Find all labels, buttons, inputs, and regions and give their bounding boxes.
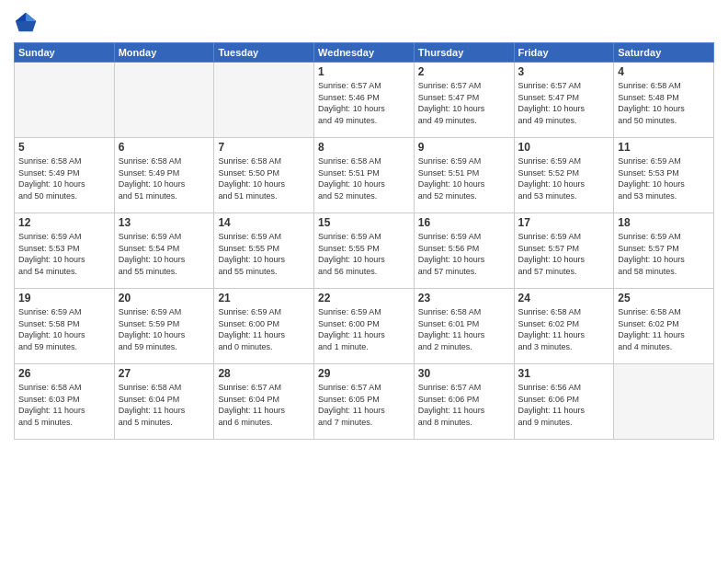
calendar-cell xyxy=(614,364,714,440)
calendar-cell xyxy=(15,63,115,138)
calendar-cell: 15Sunrise: 6:59 AM Sunset: 5:55 PM Dayli… xyxy=(314,213,415,289)
calendar-cell: 19Sunrise: 6:59 AM Sunset: 5:58 PM Dayli… xyxy=(15,289,115,364)
weekday-header: Monday xyxy=(114,43,214,63)
day-info: Sunrise: 6:59 AM Sunset: 6:00 PM Dayligh… xyxy=(218,306,310,352)
day-number: 27 xyxy=(119,367,210,380)
calendar-cell: 20Sunrise: 6:59 AM Sunset: 5:59 PM Dayli… xyxy=(114,289,214,364)
day-number: 12 xyxy=(18,216,110,229)
logo-icon xyxy=(14,9,40,35)
day-number: 25 xyxy=(618,292,710,304)
day-number: 18 xyxy=(618,216,710,229)
calendar-cell: 2Sunrise: 6:57 AM Sunset: 5:47 PM Daylig… xyxy=(414,63,514,138)
calendar-week-row: 12Sunrise: 6:59 AM Sunset: 5:53 PM Dayli… xyxy=(15,213,714,289)
day-info: Sunrise: 6:59 AM Sunset: 5:59 PM Dayligh… xyxy=(119,306,210,352)
calendar-cell xyxy=(214,63,314,138)
day-info: Sunrise: 6:59 AM Sunset: 5:58 PM Dayligh… xyxy=(18,306,110,352)
calendar-cell: 3Sunrise: 6:57 AM Sunset: 5:47 PM Daylig… xyxy=(514,63,614,138)
day-info: Sunrise: 6:58 AM Sunset: 5:49 PM Dayligh… xyxy=(18,155,110,201)
svg-marker-1 xyxy=(26,13,36,21)
calendar-cell: 1Sunrise: 6:57 AM Sunset: 5:46 PM Daylig… xyxy=(314,63,415,138)
day-number: 15 xyxy=(318,216,410,229)
day-number: 31 xyxy=(518,367,610,380)
day-info: Sunrise: 6:58 AM Sunset: 6:04 PM Dayligh… xyxy=(119,382,210,428)
calendar-cell: 27Sunrise: 6:58 AM Sunset: 6:04 PM Dayli… xyxy=(114,364,214,440)
day-number: 28 xyxy=(218,367,310,380)
day-info: Sunrise: 6:59 AM Sunset: 6:00 PM Dayligh… xyxy=(318,306,410,352)
day-info: Sunrise: 6:59 AM Sunset: 5:55 PM Dayligh… xyxy=(318,231,410,277)
calendar-cell: 4Sunrise: 6:58 AM Sunset: 5:48 PM Daylig… xyxy=(614,63,714,138)
day-number: 1 xyxy=(318,65,410,78)
day-number: 30 xyxy=(418,367,510,380)
calendar-cell: 5Sunrise: 6:58 AM Sunset: 5:49 PM Daylig… xyxy=(15,138,115,213)
calendar-cell: 7Sunrise: 6:58 AM Sunset: 5:50 PM Daylig… xyxy=(214,138,314,213)
day-number: 7 xyxy=(218,141,310,154)
calendar-cell: 8Sunrise: 6:58 AM Sunset: 5:51 PM Daylig… xyxy=(314,138,415,213)
calendar-cell: 23Sunrise: 6:58 AM Sunset: 6:01 PM Dayli… xyxy=(414,289,514,364)
day-info: Sunrise: 6:58 AM Sunset: 6:01 PM Dayligh… xyxy=(418,306,510,352)
day-info: Sunrise: 6:58 AM Sunset: 5:48 PM Dayligh… xyxy=(618,80,710,126)
day-number: 17 xyxy=(518,216,610,229)
calendar-cell: 26Sunrise: 6:58 AM Sunset: 6:03 PM Dayli… xyxy=(15,364,115,440)
day-info: Sunrise: 6:57 AM Sunset: 5:47 PM Dayligh… xyxy=(418,80,510,126)
day-number: 3 xyxy=(518,65,610,78)
day-number: 14 xyxy=(218,216,310,229)
logo xyxy=(14,9,43,35)
calendar-cell: 21Sunrise: 6:59 AM Sunset: 6:00 PM Dayli… xyxy=(214,289,314,364)
day-number: 19 xyxy=(18,292,110,304)
day-info: Sunrise: 6:58 AM Sunset: 6:02 PM Dayligh… xyxy=(618,306,710,352)
svg-marker-2 xyxy=(16,13,26,21)
day-info: Sunrise: 6:57 AM Sunset: 5:47 PM Dayligh… xyxy=(518,80,610,126)
calendar-week-row: 5Sunrise: 6:58 AM Sunset: 5:49 PM Daylig… xyxy=(15,138,714,213)
calendar-cell: 28Sunrise: 6:57 AM Sunset: 6:04 PM Dayli… xyxy=(214,364,314,440)
calendar-cell: 11Sunrise: 6:59 AM Sunset: 5:53 PM Dayli… xyxy=(614,138,714,213)
day-info: Sunrise: 6:56 AM Sunset: 6:06 PM Dayligh… xyxy=(518,382,610,428)
calendar-cell: 17Sunrise: 6:59 AM Sunset: 5:57 PM Dayli… xyxy=(514,213,614,289)
calendar-week-row: 1Sunrise: 6:57 AM Sunset: 5:46 PM Daylig… xyxy=(15,63,714,138)
day-info: Sunrise: 6:59 AM Sunset: 5:57 PM Dayligh… xyxy=(618,231,710,277)
day-info: Sunrise: 6:58 AM Sunset: 6:02 PM Dayligh… xyxy=(518,306,610,352)
calendar-cell: 31Sunrise: 6:56 AM Sunset: 6:06 PM Dayli… xyxy=(514,364,614,440)
weekday-header: Sunday xyxy=(15,43,115,63)
day-number: 24 xyxy=(518,292,610,304)
day-number: 2 xyxy=(418,65,510,78)
day-info: Sunrise: 6:58 AM Sunset: 5:49 PM Dayligh… xyxy=(119,155,210,201)
calendar-table: SundayMondayTuesdayWednesdayThursdayFrid… xyxy=(14,42,714,440)
day-info: Sunrise: 6:59 AM Sunset: 5:55 PM Dayligh… xyxy=(218,231,310,277)
day-info: Sunrise: 6:57 AM Sunset: 5:46 PM Dayligh… xyxy=(318,80,410,126)
day-number: 8 xyxy=(318,141,410,154)
day-number: 21 xyxy=(218,292,310,304)
day-number: 26 xyxy=(18,367,110,380)
calendar-cell: 16Sunrise: 6:59 AM Sunset: 5:56 PM Dayli… xyxy=(414,213,514,289)
day-number: 13 xyxy=(119,216,210,229)
calendar-cell: 13Sunrise: 6:59 AM Sunset: 5:54 PM Dayli… xyxy=(114,213,214,289)
day-number: 6 xyxy=(119,141,210,154)
day-info: Sunrise: 6:59 AM Sunset: 5:53 PM Dayligh… xyxy=(618,155,710,201)
calendar-cell: 18Sunrise: 6:59 AM Sunset: 5:57 PM Dayli… xyxy=(614,213,714,289)
day-info: Sunrise: 6:57 AM Sunset: 6:06 PM Dayligh… xyxy=(418,382,510,428)
calendar-cell: 10Sunrise: 6:59 AM Sunset: 5:52 PM Dayli… xyxy=(514,138,614,213)
page: SundayMondayTuesdayWednesdayThursdayFrid… xyxy=(0,0,728,563)
weekday-header: Tuesday xyxy=(214,43,314,63)
day-info: Sunrise: 6:58 AM Sunset: 6:03 PM Dayligh… xyxy=(18,382,110,428)
day-info: Sunrise: 6:59 AM Sunset: 5:53 PM Dayligh… xyxy=(18,231,110,277)
calendar-week-row: 26Sunrise: 6:58 AM Sunset: 6:03 PM Dayli… xyxy=(15,364,714,440)
day-info: Sunrise: 6:57 AM Sunset: 6:05 PM Dayligh… xyxy=(318,382,410,428)
day-info: Sunrise: 6:58 AM Sunset: 5:50 PM Dayligh… xyxy=(218,155,310,201)
day-info: Sunrise: 6:59 AM Sunset: 5:57 PM Dayligh… xyxy=(518,231,610,277)
calendar-cell: 14Sunrise: 6:59 AM Sunset: 5:55 PM Dayli… xyxy=(214,213,314,289)
day-number: 5 xyxy=(18,141,110,154)
calendar-cell xyxy=(114,63,214,138)
day-number: 29 xyxy=(318,367,410,380)
calendar-cell: 6Sunrise: 6:58 AM Sunset: 5:49 PM Daylig… xyxy=(114,138,214,213)
day-number: 16 xyxy=(418,216,510,229)
header xyxy=(14,9,714,35)
weekday-header: Thursday xyxy=(414,43,514,63)
day-number: 22 xyxy=(318,292,410,304)
day-info: Sunrise: 6:59 AM Sunset: 5:54 PM Dayligh… xyxy=(119,231,210,277)
calendar-cell: 12Sunrise: 6:59 AM Sunset: 5:53 PM Dayli… xyxy=(15,213,115,289)
calendar-cell: 30Sunrise: 6:57 AM Sunset: 6:06 PM Dayli… xyxy=(414,364,514,440)
day-info: Sunrise: 6:59 AM Sunset: 5:56 PM Dayligh… xyxy=(418,231,510,277)
day-number: 11 xyxy=(618,141,710,154)
calendar-cell: 9Sunrise: 6:59 AM Sunset: 5:51 PM Daylig… xyxy=(414,138,514,213)
day-info: Sunrise: 6:59 AM Sunset: 5:51 PM Dayligh… xyxy=(418,155,510,201)
